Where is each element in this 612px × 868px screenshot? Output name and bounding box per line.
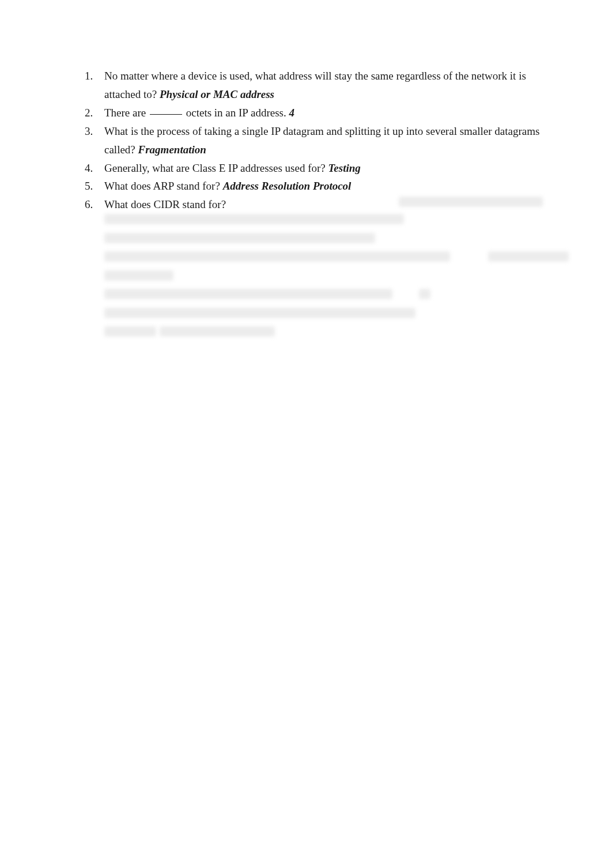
question-text-before: There are <box>104 107 146 119</box>
answer-text: Physical or MAC address <box>160 88 274 100</box>
question-text-after: octets in an IP address. <box>186 107 286 119</box>
list-item: There are octets in an IP address. 4 <box>85 104 549 122</box>
list-item: What is the process of taking a single I… <box>85 122 549 159</box>
question-list: No matter where a device is used, what a… <box>85 67 549 214</box>
blurred-content-region <box>85 214 549 346</box>
list-item: What does ARP stand for? Address Resolut… <box>85 177 549 195</box>
list-item: What does CIDR stand for? <box>85 195 549 214</box>
blur-strip <box>399 197 543 207</box>
answer-text: Address Resolution Protocol <box>223 180 352 192</box>
answer-text: 4 <box>289 107 294 119</box>
list-item: No matter where a device is used, what a… <box>85 67 549 104</box>
fill-blank <box>150 114 182 115</box>
question-text: What does CIDR stand for? <box>104 198 226 210</box>
question-text: What does ARP stand for? <box>104 180 220 192</box>
list-item: Generally, what are Class E IP addresses… <box>85 159 549 178</box>
answer-text: Fragmentation <box>138 144 206 156</box>
blur-overlay <box>85 214 549 346</box>
question-text: Generally, what are Class E IP addresses… <box>104 162 326 174</box>
answer-text: Testing <box>328 162 361 174</box>
